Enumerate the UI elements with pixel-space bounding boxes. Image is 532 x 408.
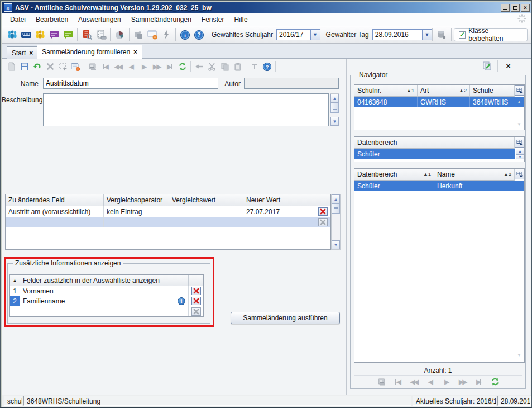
column-header-datenbereich2[interactable]: Datenbereich▲1 — [354, 169, 434, 181]
column-header-name[interactable]: Name▲2 — [434, 169, 515, 181]
records-button[interactable] — [86, 60, 99, 73]
fast-previous-button[interactable]: ◀◀ — [408, 376, 420, 388]
scroll-up-icon[interactable]: ▲ — [330, 94, 339, 103]
title-bar[interactable]: a ASV - Amtliche Schulverwaltung Version… — [2, 2, 531, 13]
copy-button[interactable] — [218, 60, 231, 73]
info-button[interactable]: i — [178, 27, 192, 42]
delete-record-button[interactable] — [44, 60, 56, 73]
navigator-field-row[interactable]: Schüler Herkunft — [354, 181, 524, 191]
chevron-down-icon[interactable]: ▼ — [422, 30, 432, 40]
column-header-wert[interactable]: Vergleichswert — [169, 194, 243, 206]
column-header-feld[interactable]: Zu änderndes Feld — [6, 194, 104, 206]
last-record-button[interactable]: ▶ — [472, 376, 485, 388]
tab-close-icon[interactable]: × — [29, 49, 33, 57]
minimize-button[interactable] — [501, 4, 510, 12]
back-button[interactable] — [193, 60, 205, 73]
execute-sammelaenderung-button[interactable]: Sammeländerung ausführen — [231, 312, 340, 324]
refresh-button[interactable] — [488, 376, 501, 388]
school-data-button[interactable] — [20, 27, 33, 42]
modules-button[interactable] — [132, 27, 146, 42]
table-config-button[interactable] — [515, 85, 524, 96]
menu-bearbeiten[interactable]: Bearbeiten — [31, 14, 73, 25]
context-help-button[interactable]: ? — [261, 60, 274, 73]
quick-action-button[interactable] — [159, 27, 173, 42]
keep-class-toggle[interactable]: ✓ Klasse beibehalten — [454, 28, 528, 41]
students-button[interactable] — [6, 27, 20, 42]
column-header-operator[interactable]: Vergleichsoperator — [104, 194, 169, 206]
menu-datei[interactable]: Datei — [6, 14, 30, 25]
menu-auswertungen[interactable]: Auswertungen — [74, 14, 126, 25]
column-header-fields[interactable]: Felder zusätzlich in der Auswahlliste an… — [20, 275, 189, 286]
previous-record-button[interactable]: ◀ — [424, 376, 437, 388]
next-record-button[interactable]: ▶ — [440, 376, 453, 388]
maximize-button[interactable] — [511, 4, 520, 12]
scroll-down-icon[interactable]: ▼ — [517, 122, 521, 127]
tab-start[interactable]: Start × — [7, 46, 38, 59]
chevron-down-icon[interactable]: ▼ — [310, 30, 320, 40]
teachers-button[interactable] — [33, 27, 47, 42]
database-button[interactable] — [435, 27, 449, 42]
last-record-button[interactable]: ▶ — [163, 60, 176, 73]
fast-previous-button[interactable]: ◀◀ — [112, 60, 124, 73]
column-header-datenbereich[interactable]: Datenbereich — [354, 137, 515, 149]
scroll-down-icon[interactable]: ▼ — [330, 117, 339, 126]
reports-button[interactable] — [80, 27, 94, 42]
menu-hilfe[interactable]: Hilfe — [230, 14, 252, 25]
window-remove-button[interactable] — [146, 27, 160, 42]
checkbox-checked-icon[interactable]: ✓ — [459, 31, 466, 39]
delete-row-button[interactable] — [191, 287, 201, 295]
form-settings-button[interactable] — [69, 60, 82, 73]
table-config-button[interactable] — [515, 137, 524, 148]
scroll-thumb[interactable] — [332, 203, 340, 214]
close-view-button[interactable]: × — [502, 60, 515, 72]
scroll-up-icon[interactable]: ▲ — [332, 194, 340, 203]
table-row[interactable]: Austritt am (voraussichtlich) kein Eintr… — [6, 206, 330, 217]
records-button[interactable] — [375, 376, 388, 388]
additional-row-familienname[interactable]: 2 Familienname i — [10, 296, 203, 306]
new-record-button[interactable] — [5, 60, 18, 73]
fast-next-button[interactable]: ▶▶ — [150, 60, 163, 73]
first-record-button[interactable]: ◀ — [391, 376, 404, 388]
school-year-select[interactable]: 2016/17 ▼ — [276, 29, 320, 40]
classes-button[interactable] — [47, 27, 61, 42]
name-input[interactable] — [43, 78, 218, 89]
navigator-school-row[interactable]: 04163648 GWRHS 3648WRHS — [354, 97, 524, 107]
scroll-down-icon[interactable]: ▼ — [517, 353, 521, 358]
autor-input[interactable] — [244, 78, 339, 89]
additional-row-vornamen[interactable]: 1 Vornamen — [10, 286, 203, 296]
help-button[interactable]: ? — [192, 27, 206, 42]
close-button[interactable]: × — [521, 4, 530, 12]
statistics-button[interactable] — [113, 27, 127, 42]
additional-row-empty[interactable] — [10, 306, 203, 316]
save-button[interactable] — [18, 60, 31, 73]
scroll-thumb[interactable] — [330, 103, 339, 113]
select-button[interactable] — [56, 60, 69, 73]
print-lists-button[interactable] — [94, 27, 108, 42]
courses-button[interactable] — [61, 27, 75, 42]
table-config-button[interactable] — [515, 169, 524, 179]
sort-asc-icon[interactable]: ▲ — [10, 275, 20, 286]
pin-button[interactable] — [248, 60, 261, 73]
column-header-neuer-wert[interactable]: Neuer Wert — [243, 194, 315, 206]
detach-view-button[interactable] — [481, 60, 493, 72]
fast-next-button[interactable]: ▶▶ — [456, 376, 469, 388]
scroll-down-icon[interactable]: ▼ — [332, 240, 340, 249]
column-header-art[interactable]: Art▲2 — [418, 85, 470, 97]
scroll-up-icon[interactable]: ▲ — [516, 149, 524, 154]
scroll-down-icon[interactable]: ▼ — [516, 154, 524, 160]
day-select[interactable]: 28.09.2016 ▼ — [372, 29, 432, 40]
refresh-button[interactable] — [176, 60, 189, 73]
delete-row-button[interactable] — [191, 297, 201, 305]
previous-record-button[interactable]: ◀ — [124, 60, 137, 73]
navigator-datenbereich-row[interactable]: Schüler — [354, 149, 515, 159]
menu-sammelaenderungen[interactable]: Sammeländerungen — [127, 14, 196, 25]
scroll-up-icon[interactable]: ▲ — [517, 99, 521, 105]
delete-row-button[interactable] — [318, 207, 328, 216]
cut-button[interactable] — [205, 60, 218, 73]
table-row-empty[interactable] — [6, 217, 330, 227]
column-header-schule[interactable]: Schule — [470, 85, 515, 97]
beschreibung-textarea[interactable] — [43, 93, 329, 126]
tab-close-icon[interactable]: × — [133, 48, 137, 56]
change-table-scrollbar[interactable]: ▲ ▼ — [331, 194, 341, 250]
column-header-schulnr[interactable]: Schulnr.▲1 — [354, 85, 418, 97]
